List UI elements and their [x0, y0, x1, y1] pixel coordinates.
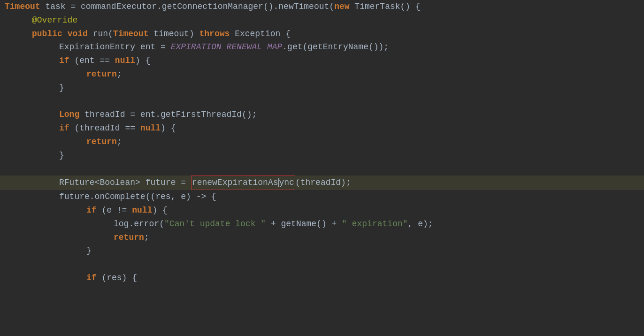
code-line-10: return;	[0, 135, 644, 149]
token-class-name: ExpirationEntry	[59, 40, 135, 54]
token-constant: EXPIRATION_RENEWAL_MAP	[171, 40, 283, 54]
token-plain: (threadId);	[295, 176, 351, 190]
token-plain: ;	[117, 135, 122, 149]
code-line-3: ExpirationEntry ent = EXPIRATION_RENEWAL…	[0, 40, 644, 54]
token-plain	[62, 27, 68, 41]
token-kw: new	[334, 0, 349, 14]
token-plain: (res) {	[97, 271, 137, 285]
token-type: Long	[59, 108, 79, 122]
token-plain: Exception {	[230, 27, 291, 41]
token-plain: .error(	[129, 217, 164, 231]
token-plain: + getName() +	[266, 217, 342, 231]
token-kw: void	[68, 27, 88, 41]
token-plain: ) {	[152, 204, 167, 217]
token-kw: null	[140, 122, 161, 135]
token-kw: return	[114, 231, 144, 244]
token-kw: if	[86, 204, 97, 217]
token-plain: }	[59, 149, 64, 162]
token-plain: (threadId ==	[69, 122, 140, 135]
code-line-8: Long threadId = ent.getFirstThreadId();	[0, 108, 644, 122]
token-type: Timeout	[5, 0, 40, 14]
token-kw: return	[86, 68, 117, 81]
code-line-13: RFuture<Boolean> future = renewExpiratio…	[0, 176, 644, 190]
token-kw: return	[86, 135, 117, 149]
code-line-17: return;	[0, 231, 644, 244]
token-kw: null	[132, 204, 152, 217]
code-line-0: Timeout task = commandExecutor.getConnec…	[0, 0, 644, 14]
token-string: " expiration"	[342, 217, 407, 231]
token-plain: RFuture<Boolean> future =	[59, 176, 191, 190]
code-line-7	[0, 95, 644, 108]
token-plain: ;	[144, 231, 149, 244]
token-plain: run(	[88, 27, 113, 41]
text-cursor	[278, 178, 279, 188]
code-line-5: return;	[0, 68, 644, 81]
token-plain: TimerTask() {	[350, 0, 421, 14]
token-kw: if	[59, 54, 69, 68]
code-line-12	[0, 162, 644, 176]
token-kw: public	[32, 27, 62, 41]
code-line-15: if (e != null) {	[0, 204, 644, 217]
code-line-6: }	[0, 81, 644, 95]
token-kw: null	[115, 54, 135, 68]
token-plain: timeout)	[148, 27, 199, 41]
token-plain: task = commandExecutor.getConnectionMana…	[40, 0, 335, 14]
token-plain: (ent ==	[69, 54, 115, 68]
token-kw: if	[59, 122, 69, 135]
code-line-20: if (res) {	[0, 271, 644, 285]
token-plain: (e !=	[97, 204, 132, 217]
token-plain: ) {	[135, 54, 150, 68]
token-plain: ) {	[161, 122, 176, 135]
highlighted-method-token: renewExpirationAsync	[191, 176, 295, 190]
code-line-1: @Override	[0, 14, 644, 27]
code-line-2: public void run(Timeout timeout) throws …	[0, 27, 644, 41]
token-plain: ;	[117, 68, 122, 81]
token-kw: if	[86, 271, 97, 285]
code-line-18: }	[0, 244, 644, 258]
code-line-19	[0, 258, 644, 271]
token-plain: , e);	[408, 217, 433, 231]
code-line-11: }	[0, 149, 644, 162]
code-editor[interactable]: Timeout task = commandExecutor.getConnec…	[0, 0, 644, 336]
token-plain: }	[86, 244, 92, 258]
token-plain: }	[59, 81, 64, 95]
code-line-4: if (ent == null) {	[0, 54, 644, 68]
token-type: Timeout	[113, 27, 149, 41]
token-plain: .get(getEntryName());	[282, 40, 389, 54]
token-kw: throws	[199, 27, 230, 41]
code-line-14: future.onComplete((res, e) -> {	[0, 190, 644, 204]
token-plain: future.onComplete((res, e) -> {	[59, 190, 216, 204]
code-line-16: log.error("Can't update lock " + getName…	[0, 217, 644, 231]
token-annotation: @Override	[32, 14, 77, 27]
token-plain: ent =	[135, 40, 171, 54]
code-line-9: if (threadId == null) {	[0, 122, 644, 135]
token-log: log	[114, 217, 129, 231]
token-string: "Can't update lock "	[164, 217, 266, 231]
token-plain: threadId = ent.getFirstThreadId();	[79, 108, 257, 122]
